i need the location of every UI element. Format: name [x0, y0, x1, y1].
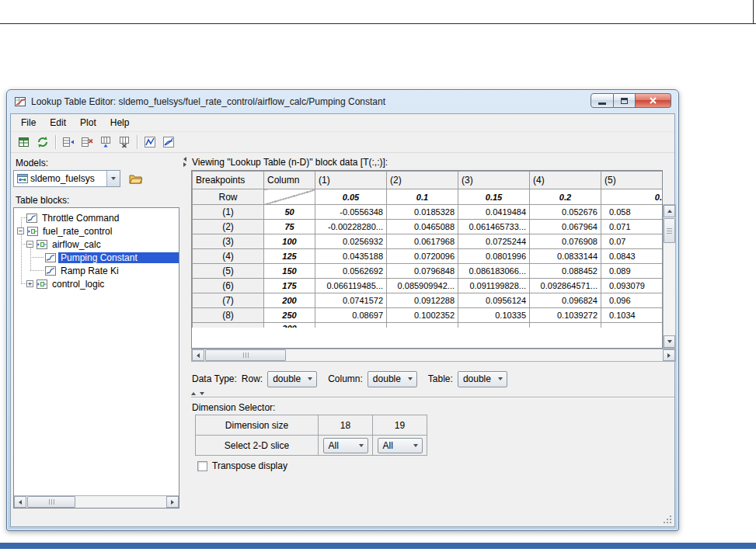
column-index-header[interactable]: (1) — [315, 172, 387, 189]
column-index-header[interactable]: (4) — [530, 172, 601, 189]
row-index-header[interactable]: (2) — [193, 220, 264, 234]
column-breakpoint-cell[interactable]: 0.25 — [601, 189, 664, 205]
scrollbar-thumb[interactable] — [664, 218, 675, 243]
column-index-header[interactable]: (3) — [458, 172, 530, 189]
value-cell[interactable]: 0.096824 — [530, 293, 601, 308]
value-cell[interactable]: 0.091199828... — [458, 279, 530, 293]
scrollbar-thumb[interactable] — [205, 349, 286, 361]
value-cell[interactable]: 0.088452 — [530, 264, 601, 279]
value-cell[interactable]: 0.0256932 — [315, 234, 387, 249]
expand-icon[interactable]: + — [26, 280, 33, 287]
value-cell[interactable]: 0.07 — [601, 234, 664, 249]
row-breakpoint-cell[interactable]: 75 — [264, 220, 315, 234]
value-cell[interactable]: 0.058 — [601, 205, 664, 220]
value-cell[interactable]: 0.0843 — [601, 249, 664, 264]
value-cell[interactable]: 0.089 — [601, 264, 664, 279]
tree-item-ramp-rate-ki[interactable]: Ramp Rate Ki — [14, 264, 179, 277]
scroll-down-button[interactable] — [664, 335, 675, 348]
value-cell[interactable]: 0.0720096 — [387, 249, 458, 264]
scroll-up-button[interactable] — [664, 205, 675, 217]
tree-item-throttle-command[interactable]: Throttle Command — [14, 211, 179, 224]
menu-file[interactable]: File — [14, 115, 43, 130]
value-cell[interactable]: 0.061465733... — [458, 220, 530, 234]
delete-column-button[interactable] — [115, 134, 134, 151]
plot-linear-button[interactable] — [141, 134, 159, 151]
row-index-header[interactable]: (4) — [193, 249, 264, 264]
value-cell[interactable]: 0.1039272 — [530, 308, 601, 323]
slice-combobox[interactable]: All — [378, 438, 423, 453]
value-cell[interactable]: -0.0556348 — [315, 205, 387, 220]
column-breakpoint-cell[interactable]: 0.15 — [458, 189, 530, 205]
value-cell[interactable]: 0.066119485... — [315, 279, 387, 293]
row-breakpoint-cell[interactable]: 200 — [264, 293, 315, 308]
row-breakpoint-cell[interactable]: 250 — [264, 308, 315, 323]
insert-row-button[interactable] — [59, 134, 78, 151]
value-cell[interactable]: 0.0185328 — [387, 205, 458, 220]
collapse-icon[interactable]: − — [17, 227, 24, 234]
column-index-header[interactable]: (5) — [601, 172, 664, 189]
value-cell[interactable]: 0.0801996 — [458, 249, 530, 264]
value-cell[interactable]: 0.093079 — [601, 279, 664, 293]
row-index-header[interactable]: (5) — [193, 264, 264, 279]
value-cell[interactable]: 0.0796848 — [387, 264, 458, 279]
scroll-left-button[interactable] — [14, 496, 26, 508]
value-cell[interactable]: 0.096 — [601, 293, 664, 308]
minimize-button[interactable] — [591, 93, 614, 108]
maximize-button[interactable] — [614, 93, 636, 108]
menu-help[interactable]: Help — [103, 115, 137, 130]
plot-mesh-button[interactable] — [159, 134, 178, 151]
menu-edit[interactable]: Edit — [43, 115, 73, 130]
table-horizontal-scrollbar[interactable] — [191, 349, 676, 362]
value-cell[interactable]: 0.067964 — [530, 220, 601, 234]
open-model-button[interactable] — [125, 170, 147, 187]
tree-item-control-logic[interactable]: + control_logic — [14, 277, 179, 290]
value-cell[interactable]: 0.0562692 — [315, 264, 387, 279]
value-cell[interactable]: -0.00228280... — [315, 220, 387, 234]
value-cell[interactable]: 0.0419484 — [458, 205, 530, 220]
refresh-button[interactable] — [33, 134, 52, 151]
value-cell[interactable]: 0.071 — [601, 220, 664, 234]
table-vertical-scrollbar[interactable] — [663, 204, 676, 349]
value-cell[interactable]: 0.086183066... — [458, 264, 530, 279]
row-index-header[interactable]: (3) — [193, 234, 264, 249]
row-index-header[interactable]: (8) — [193, 308, 264, 323]
table-editor-button[interactable] — [15, 134, 33, 151]
value-cell[interactable]: 0.1034 — [601, 308, 664, 323]
value-cell[interactable]: 0.0465088 — [387, 220, 458, 234]
value-cell[interactable]: 0.076908 — [530, 234, 601, 249]
tree-item-fuel-rate-control[interactable]: − fuel_rate_control — [14, 224, 179, 238]
transpose-checkbox[interactable] — [197, 461, 207, 471]
row-breakpoint-cell[interactable]: 100 — [264, 234, 315, 249]
delete-row-button[interactable] — [78, 134, 96, 151]
value-cell[interactable]: 0.0956124 — [458, 293, 530, 308]
row-index-header[interactable]: (7) — [193, 293, 264, 308]
scroll-right-button[interactable] — [663, 349, 675, 361]
value-cell[interactable]: 0.10335 — [458, 308, 530, 323]
value-cell[interactable]: 0.0617968 — [387, 234, 458, 249]
column-breakpoint-cell[interactable]: 0.2 — [530, 189, 601, 205]
row-breakpoint-cell[interactable]: 150 — [264, 264, 315, 279]
column-index-header[interactable]: (2) — [387, 172, 458, 189]
column-breakpoint-cell[interactable]: 0.05 — [315, 189, 387, 205]
scroll-right-button[interactable] — [166, 496, 179, 508]
value-cell[interactable]: 0.0833144 — [530, 249, 601, 264]
row-index-header[interactable]: (6) — [193, 279, 264, 293]
value-cell[interactable]: 0.085909942... — [387, 279, 458, 293]
value-cell[interactable]: 0.1002352 — [387, 308, 458, 323]
pane-splitter[interactable] — [183, 156, 190, 168]
value-cell[interactable]: 0.0435188 — [315, 249, 387, 264]
column-breakpoint-cell[interactable]: 0.1 — [387, 189, 458, 205]
close-button[interactable] — [636, 93, 671, 108]
value-cell[interactable]: 0.0741572 — [315, 293, 387, 308]
insert-column-button[interactable] — [96, 134, 115, 151]
row-breakpoint-cell[interactable]: 125 — [264, 249, 315, 264]
value-cell[interactable]: 0.052676 — [530, 205, 601, 220]
row-breakpoint-cell[interactable]: 175 — [264, 279, 315, 293]
row-index-header[interactable]: (1) — [193, 205, 264, 220]
scrollbar-thumb[interactable] — [27, 496, 75, 508]
model-combo-dropdown-button[interactable] — [106, 171, 120, 186]
model-select-combobox[interactable]: sldemo_fuelsys — [13, 170, 120, 187]
slice-combobox[interactable]: All — [323, 438, 368, 453]
tree-horizontal-scrollbar[interactable] — [13, 495, 179, 509]
title-bar[interactable]: Lookup Table Editor: sldemo_fuelsys/fuel… — [7, 90, 678, 113]
